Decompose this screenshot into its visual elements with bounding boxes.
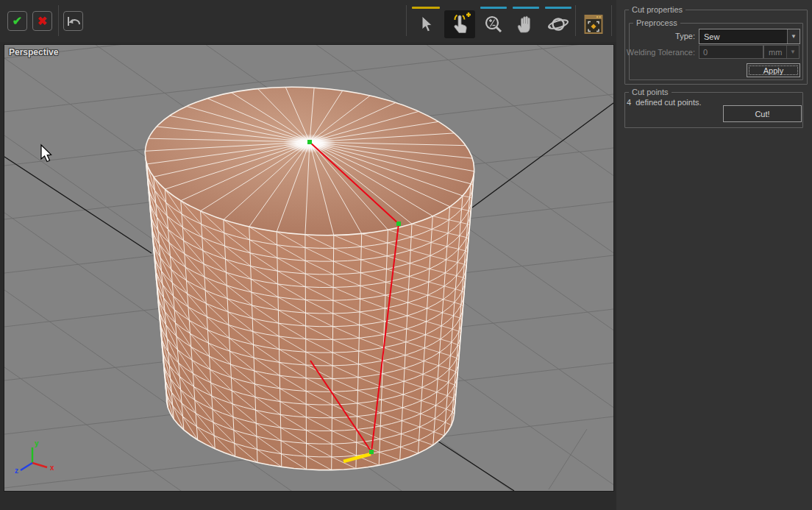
chevron-down-icon: ▼ xyxy=(786,46,799,58)
toolbar-separator xyxy=(611,5,612,36)
pan-tool-accent xyxy=(513,7,539,9)
frame-view-icon xyxy=(584,13,603,35)
confirm-button[interactable]: ✔ xyxy=(7,11,27,31)
orbit-tool-button[interactable] xyxy=(543,10,574,38)
toolbar-separator xyxy=(406,5,407,36)
cut-properties-title: Cut properties xyxy=(629,5,685,14)
zoom-icon xyxy=(483,14,504,35)
toolbar-separator xyxy=(58,5,59,36)
welding-tolerance-value: 0 xyxy=(703,48,708,57)
svg-text:z: z xyxy=(15,467,18,475)
check-icon: ✔ xyxy=(13,14,22,28)
cut-points-title: Cut points xyxy=(629,88,672,96)
pick-add-tool-button[interactable] xyxy=(444,10,475,38)
welding-tolerance-input[interactable]: 0 xyxy=(699,45,763,59)
svg-text:y: y xyxy=(35,439,39,447)
viewport[interactable]: yxz Perspective xyxy=(4,44,614,492)
type-value: Sew xyxy=(699,32,787,41)
cut-points-status: 4 defined cut points. xyxy=(627,98,702,107)
unit-value: mm xyxy=(764,48,786,57)
type-combobox[interactable]: Sew ▼ xyxy=(699,29,800,44)
toolbar-separator xyxy=(575,5,576,36)
pick-add-icon xyxy=(449,13,471,36)
mouse-cursor xyxy=(41,145,51,162)
zoom-tool-button[interactable] xyxy=(478,10,509,38)
pan-tool-button[interactable] xyxy=(510,10,541,38)
chevron-down-icon[interactable]: ▼ xyxy=(787,29,799,43)
cancel-button[interactable]: ✖ xyxy=(32,11,52,31)
apply-button[interactable]: Apply xyxy=(747,63,800,77)
type-label: Type: xyxy=(644,32,695,40)
select-tool-accent xyxy=(412,7,440,9)
preprocess-title: Preprocess xyxy=(633,18,680,27)
3d-scene-canvas[interactable]: yxz xyxy=(4,45,613,491)
zoom-tool-accent xyxy=(480,7,507,9)
frame-view-button[interactable] xyxy=(578,10,609,38)
select-tool-button[interactable] xyxy=(410,10,441,38)
select-cursor-icon xyxy=(417,15,435,34)
cut-properties-panel: Cut properties Preprocess Type: Sew ▼ We… xyxy=(616,0,812,510)
back-arrow-icon xyxy=(65,14,82,29)
top-toolbar: ✔ ✖ xyxy=(0,0,616,42)
orbit-tool-accent xyxy=(545,7,571,9)
welding-tolerance-label: Welding Tolerance: xyxy=(622,48,695,57)
back-step-button[interactable] xyxy=(63,11,83,31)
orbit-planet-icon xyxy=(547,14,569,35)
pan-hand-icon xyxy=(516,14,536,35)
cut-button[interactable]: Cut! xyxy=(723,105,802,122)
x-icon: ✖ xyxy=(38,14,47,28)
unit-combobox[interactable]: mm ▼ xyxy=(763,45,799,59)
svg-text:x: x xyxy=(50,464,54,472)
viewport-label: Perspective xyxy=(9,47,58,57)
